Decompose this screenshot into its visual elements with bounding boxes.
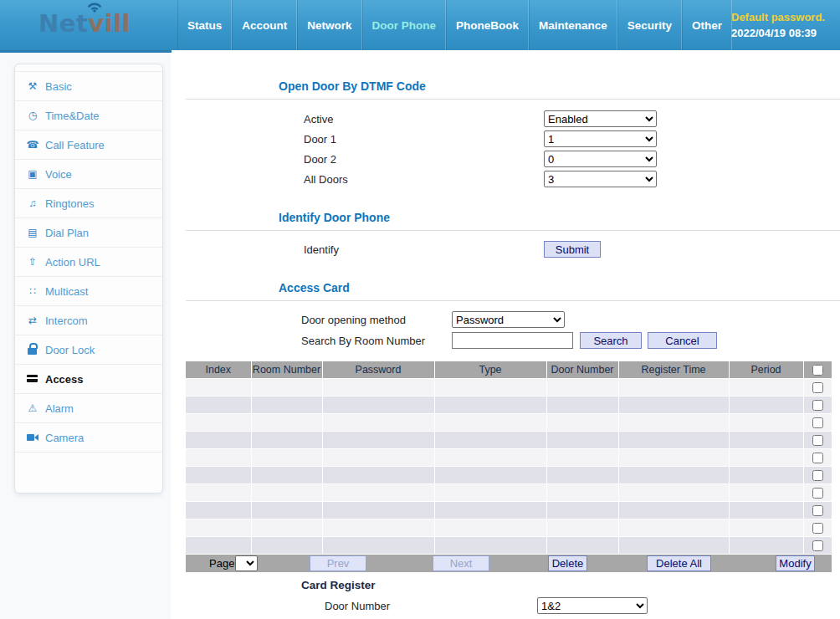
cancel-button[interactable]: Cancel bbox=[648, 332, 717, 349]
sidebar-item-label: Multicast bbox=[45, 285, 88, 298]
table-cell bbox=[729, 379, 803, 396]
door-opening-method-select[interactable]: Password bbox=[452, 311, 565, 328]
brand-text-suffix: vill bbox=[88, 9, 131, 38]
sidebar-item-dial-plan[interactable]: ▤Dial Plan bbox=[15, 218, 162, 248]
table-cell bbox=[434, 432, 546, 449]
column-header-room-number: Room Number bbox=[251, 361, 322, 379]
search-button[interactable]: Search bbox=[580, 332, 642, 349]
tab-security[interactable]: Security bbox=[617, 0, 682, 50]
prev-button[interactable]: Prev bbox=[310, 555, 366, 571]
next-button[interactable]: Next bbox=[433, 555, 489, 571]
card-register-door-select[interactable]: 1&2 bbox=[537, 597, 648, 614]
row-checkbox[interactable] bbox=[812, 523, 823, 534]
table-cell bbox=[618, 537, 729, 555]
card-icon bbox=[26, 372, 39, 386]
sidebar-item-ringtones[interactable]: ♫Ringtones bbox=[15, 189, 162, 218]
sidebar-item-multicast[interactable]: ∷Multicast bbox=[15, 277, 162, 306]
table-cell bbox=[251, 502, 322, 519]
row-checkbox[interactable] bbox=[812, 453, 823, 463]
delete-all-button[interactable]: Delete All bbox=[647, 555, 711, 571]
group-icon: ∷ bbox=[26, 284, 39, 298]
sidebar-item-access[interactable]: Access bbox=[15, 365, 162, 394]
submit-button[interactable]: Submit bbox=[544, 241, 601, 258]
table-cell bbox=[251, 379, 322, 396]
sidebar-item-time-date[interactable]: ◷Time&Date bbox=[15, 101, 162, 130]
column-header-register-time: Register Time bbox=[618, 361, 729, 379]
table-cell bbox=[322, 537, 434, 555]
row-checkbox[interactable] bbox=[812, 540, 823, 551]
tab-network[interactable]: Network bbox=[297, 0, 361, 50]
column-header-door-number: Door Number bbox=[546, 361, 618, 379]
table-cell bbox=[434, 502, 546, 519]
arrows-icon: ⇄ bbox=[26, 314, 39, 327]
sidebar-item-label: Time&Date bbox=[45, 110, 100, 122]
table-cell bbox=[546, 519, 618, 537]
sidebar-item-label: Camera bbox=[45, 432, 84, 444]
column-header-password: Password bbox=[322, 361, 434, 379]
row-checkbox-cell bbox=[803, 502, 832, 519]
row-checkbox[interactable] bbox=[812, 470, 823, 481]
sidebar-item-alarm[interactable]: ⚠Alarm bbox=[15, 394, 162, 423]
active-select[interactable]: Enabled bbox=[544, 110, 657, 127]
row-checkbox[interactable] bbox=[812, 382, 823, 393]
list-icon: ▤ bbox=[26, 226, 39, 239]
table-cell bbox=[251, 467, 322, 484]
table-cell bbox=[186, 379, 251, 396]
table-cell bbox=[322, 414, 434, 432]
door-opening-method-row: Door opening method Password bbox=[172, 310, 840, 330]
table-cell bbox=[322, 467, 434, 484]
page-select[interactable] bbox=[235, 555, 258, 571]
row-checkbox-cell bbox=[803, 379, 832, 396]
row-checkbox-cell bbox=[803, 414, 832, 432]
sidebar-item-label: Access bbox=[45, 373, 84, 386]
tab-account[interactable]: Account bbox=[232, 0, 297, 50]
sidebar-item-call-feature[interactable]: ☎Call Feature bbox=[15, 130, 162, 160]
app-header: Net vill StatusAccountNetworkDoor PhoneP… bbox=[0, 0, 840, 53]
table-cell bbox=[546, 396, 618, 414]
row-checkbox[interactable] bbox=[812, 435, 823, 446]
sidebar-item-intercom[interactable]: ⇄Intercom bbox=[15, 306, 162, 335]
modify-button[interactable]: Modify bbox=[776, 555, 815, 571]
sidebar-item-voice[interactable]: ▣Voice bbox=[15, 160, 162, 189]
tab-door-phone[interactable]: Door Phone bbox=[362, 0, 447, 50]
table-cell bbox=[186, 396, 251, 414]
table-row bbox=[186, 519, 832, 537]
table-cell bbox=[251, 484, 322, 502]
select-all-checkbox[interactable] bbox=[812, 365, 823, 376]
delete-button[interactable]: Delete bbox=[548, 555, 587, 571]
table-cell bbox=[322, 449, 434, 467]
section-divider bbox=[186, 230, 840, 231]
all-doors-select[interactable]: 3 bbox=[544, 171, 657, 187]
door-2-select[interactable]: 0 bbox=[544, 151, 657, 167]
table-cell bbox=[186, 519, 251, 537]
all-doors-row: All Doors3 bbox=[172, 169, 840, 189]
tab-other[interactable]: Other bbox=[682, 0, 732, 50]
tab-status[interactable]: Status bbox=[177, 0, 232, 50]
row-checkbox[interactable] bbox=[812, 488, 823, 499]
table-cell bbox=[618, 396, 729, 414]
row-checkbox[interactable] bbox=[812, 417, 823, 428]
sidebar-item-camera[interactable]: Camera bbox=[15, 423, 162, 453]
sidebar-item-action-url[interactable]: ⇧Action URL bbox=[15, 248, 162, 277]
sidebar-spacer bbox=[15, 64, 162, 72]
row-checkbox[interactable] bbox=[812, 505, 823, 516]
tab-phonebook[interactable]: PhoneBook bbox=[446, 0, 529, 50]
lock-icon bbox=[26, 343, 39, 356]
pagination-bar: Page Prev Next Delete Delete All Modify bbox=[186, 555, 832, 572]
sidebar-item-label: Ringtones bbox=[45, 197, 95, 210]
row-checkbox[interactable] bbox=[812, 400, 823, 411]
upload-icon: ⇧ bbox=[26, 255, 39, 269]
table-cell bbox=[434, 449, 546, 467]
table-cell bbox=[186, 432, 251, 449]
room-number-search-input[interactable] bbox=[452, 332, 573, 349]
sidebar-item-door-lock[interactable]: Door Lock bbox=[15, 335, 162, 365]
sidebar-item-basic[interactable]: ⚒Basic bbox=[15, 72, 162, 101]
table-cell bbox=[322, 502, 434, 519]
table-cell bbox=[186, 502, 251, 519]
table-cell bbox=[322, 396, 434, 414]
table-cell bbox=[729, 414, 803, 432]
door-1-select[interactable]: 1 bbox=[544, 130, 657, 147]
row-checkbox-cell bbox=[803, 519, 832, 537]
table-cell bbox=[186, 467, 251, 484]
tab-maintenance[interactable]: Maintenance bbox=[529, 0, 617, 50]
